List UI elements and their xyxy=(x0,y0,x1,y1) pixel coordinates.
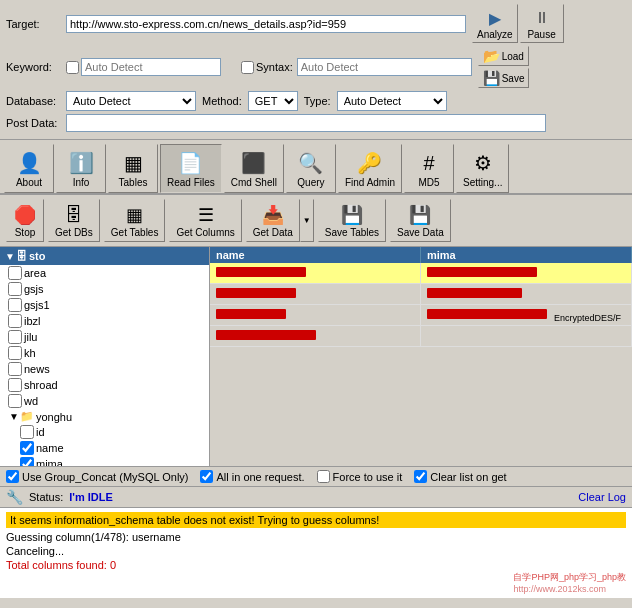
all-in-one-checkbox[interactable] xyxy=(200,470,213,483)
cmd-shell-button[interactable]: ⬛ Cmd Shell xyxy=(224,144,284,193)
tree-check-jilu[interactable] xyxy=(8,330,22,344)
tree-item-kh[interactable]: kh xyxy=(0,345,209,361)
analyze-button[interactable]: ▶ Analyze xyxy=(472,4,518,43)
main-area: ▼ 🗄 sto area gsjs gsjs1 ibzl xyxy=(0,247,632,467)
data-cell-3-name xyxy=(210,326,421,346)
get-data-button[interactable]: 📥 Get Data xyxy=(246,199,300,242)
tree-check-gsjs[interactable] xyxy=(8,282,22,296)
cmd-shell-icon: ⬛ xyxy=(240,149,268,177)
load-button[interactable]: 📂 Load xyxy=(478,46,530,66)
stop-button[interactable]: 🛑 Stop xyxy=(6,199,44,242)
data-cell-2-mima: EncryptedDES/F xyxy=(421,305,632,325)
about-icon: 👤 xyxy=(15,149,43,177)
status-icon: 🔧 xyxy=(6,489,23,505)
col-header-mima: mima xyxy=(421,247,632,263)
tree-check-mima[interactable] xyxy=(20,457,34,466)
get-data-arrow[interactable]: ▼ xyxy=(300,199,314,242)
tree-check-name-col[interactable] xyxy=(20,441,34,455)
save-data-button[interactable]: 💾 Save Data xyxy=(390,199,451,242)
watermark: 自学PHP网_php学习_php教 http://www.2012ks.com xyxy=(513,571,626,594)
tree-item-jilu[interactable]: jilu xyxy=(0,329,209,345)
find-admin-button[interactable]: 🔑 Find Admin xyxy=(338,144,402,193)
save-button[interactable]: 💾 Save xyxy=(478,68,530,88)
database-select[interactable]: Auto Detect xyxy=(66,91,196,111)
tree-check-area[interactable] xyxy=(8,266,22,280)
tree-item-gsjs1[interactable]: gsjs1 xyxy=(0,297,209,313)
database-row: Database: Auto Detect Method: GET POST T… xyxy=(6,91,626,111)
tree-item-wd[interactable]: wd xyxy=(0,393,209,409)
data-cell-2-name xyxy=(210,305,421,325)
syntax-input[interactable] xyxy=(297,58,472,76)
get-dbs-button[interactable]: 🗄 Get DBs xyxy=(48,199,100,242)
stop-icon: 🛑 xyxy=(13,203,37,227)
status-left: 🔧 Status: I'm IDLE xyxy=(6,489,113,505)
redacted-name-2 xyxy=(216,309,286,319)
tree-expand-root[interactable]: ▼ xyxy=(4,251,16,262)
tree-item-area[interactable]: area xyxy=(0,265,209,281)
info-button[interactable]: ℹ️ Info xyxy=(56,144,106,193)
clear-log-button[interactable]: Clear Log xyxy=(578,491,626,503)
data-row-1 xyxy=(210,284,632,305)
tree-check-wd[interactable] xyxy=(8,394,22,408)
data-cell-1-mima xyxy=(421,284,632,304)
get-data-icon: 📥 xyxy=(261,203,285,227)
tree-item-news[interactable]: news xyxy=(0,361,209,377)
tree-label-area: area xyxy=(24,267,46,279)
postdata-input[interactable] xyxy=(66,114,546,132)
tree-item-yonghu[interactable]: ▼ 📁 yonghu xyxy=(0,409,209,424)
tree-item-mima[interactable]: mima xyxy=(0,456,209,466)
tree-header: ▼ 🗄 sto xyxy=(0,247,209,265)
settings-button[interactable]: ⚙ Setting... xyxy=(456,144,509,193)
use-group-concat-checkbox[interactable] xyxy=(6,470,19,483)
md5-icon: # xyxy=(415,149,443,177)
get-tables-icon: ▦ xyxy=(123,203,147,227)
tree-check-id[interactable] xyxy=(20,425,34,439)
tree-item-shroad[interactable]: shroad xyxy=(0,377,209,393)
target-row: Target: ▶ Analyze ⏸ Pause xyxy=(6,4,626,43)
tree-item-ibzl[interactable]: ibzl xyxy=(0,313,209,329)
read-files-icon: 📄 xyxy=(177,149,205,177)
database-label: Database: xyxy=(6,95,66,107)
syntax-checkbox[interactable] xyxy=(241,61,254,74)
read-files-button[interactable]: 📄 Read Files xyxy=(160,144,222,193)
tree-expand-yonghu[interactable]: ▼ xyxy=(8,411,20,422)
tree-check-news[interactable] xyxy=(8,362,22,376)
force-use-it-checkbox[interactable] xyxy=(317,470,330,483)
method-select[interactable]: GET POST xyxy=(248,91,298,111)
keyword-checkbox[interactable] xyxy=(66,61,79,74)
tree-check-kh[interactable] xyxy=(8,346,22,360)
tree-item-id[interactable]: id xyxy=(0,424,209,440)
clear-list-checkbox[interactable] xyxy=(414,470,427,483)
save-icon: 💾 xyxy=(483,70,500,86)
get-columns-button[interactable]: ☰ Get Columns xyxy=(169,199,241,242)
redacted-mima-1 xyxy=(427,288,522,298)
force-use-it-label: Force to use it xyxy=(317,470,403,483)
settings-icon: ⚙ xyxy=(469,149,497,177)
type-label: Type: xyxy=(304,95,331,107)
query-button[interactable]: 🔍 Query xyxy=(286,144,336,193)
target-input[interactable] xyxy=(66,15,466,33)
tree-check-shroad[interactable] xyxy=(8,378,22,392)
tree-root-item[interactable]: ▼ 🗄 sto xyxy=(4,249,205,263)
extra-text-2: EncryptedDES/F xyxy=(554,313,621,323)
get-tables-button[interactable]: ▦ Get Tables xyxy=(104,199,166,242)
tables-button[interactable]: ▦ Tables xyxy=(108,144,158,193)
tree-check-ibzl[interactable] xyxy=(8,314,22,328)
keyword-input[interactable] xyxy=(81,58,221,76)
tree-item-gsjs[interactable]: gsjs xyxy=(0,281,209,297)
tree-check-gsjs1[interactable] xyxy=(8,298,22,312)
yonghu-folder-icon: 📁 xyxy=(20,410,34,423)
save-data-icon: 💾 xyxy=(408,203,432,227)
about-button[interactable]: 👤 About xyxy=(4,144,54,193)
save-tables-button[interactable]: 💾 Save Tables xyxy=(318,199,386,242)
md5-button[interactable]: # MD5 xyxy=(404,144,454,193)
data-cell-0-mima xyxy=(421,263,632,283)
data-row-0 xyxy=(210,263,632,284)
info-icon: ℹ️ xyxy=(67,149,95,177)
type-select[interactable]: Auto Detect xyxy=(337,91,447,111)
all-in-one-label: All in one request. xyxy=(200,470,304,483)
pause-button[interactable]: ⏸ Pause xyxy=(520,4,564,43)
keyword-row: Keyword: Syntax: 📂 Load 💾 Save xyxy=(6,46,626,88)
tree-item-name-col[interactable]: name xyxy=(0,440,209,456)
tree-panel: ▼ 🗄 sto area gsjs gsjs1 ibzl xyxy=(0,247,210,466)
